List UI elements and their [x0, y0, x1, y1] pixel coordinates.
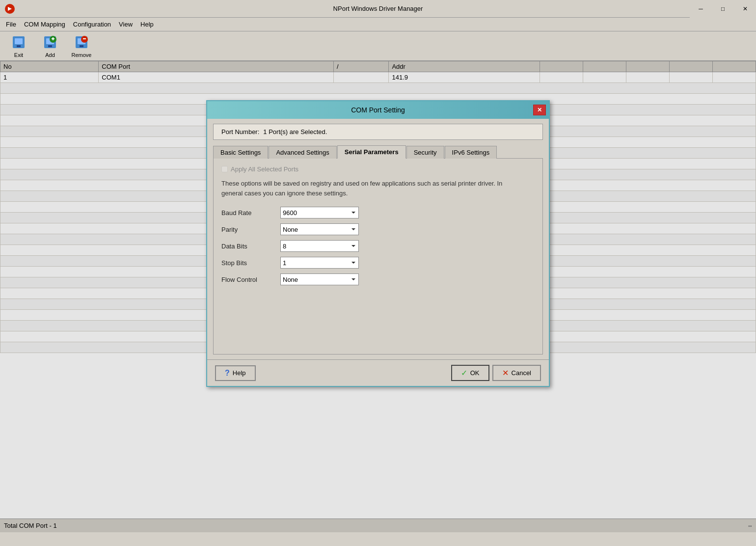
svg-rect-12: [80, 45, 83, 47]
baud-rate-select[interactable]: 300 600 1200 2400 4800 9600 19200 38400 …: [280, 207, 359, 218]
app-logo: [4, 3, 16, 15]
apply-all-checkbox[interactable]: [221, 166, 228, 172]
minimize-button[interactable]: ─: [690, 0, 712, 18]
ok-checkmark-icon: ✓: [461, 368, 467, 378]
dialog-titlebar: COM Port Setting ✕: [207, 101, 549, 119]
exit-button[interactable]: Exit: [4, 33, 33, 59]
svg-rect-6: [48, 45, 52, 47]
stop-bits-label: Stop Bits: [221, 259, 280, 267]
data-bits-row: Data Bits 5 6 7 8: [221, 240, 535, 252]
tab-content-serial-parameters: Apply All Selected Ports These options w…: [213, 158, 543, 355]
description-text: These options will be saved on registry …: [221, 179, 506, 198]
apply-all-label: Apply All Selected Ports: [231, 165, 298, 173]
dialog-close-button[interactable]: ✕: [533, 105, 546, 115]
help-button[interactable]: ? Help: [215, 365, 256, 381]
flow-control-row: Flow Control None Hardware XON/XOFF: [221, 273, 535, 285]
add-label: Add: [45, 52, 55, 58]
svg-rect-3: [17, 45, 21, 47]
menu-help[interactable]: Help: [136, 20, 158, 29]
menu-file[interactable]: File: [2, 20, 20, 29]
title-bar: NPort Windows Driver Manager ─ □ ✕: [0, 0, 756, 18]
tab-ipv6-settings[interactable]: IPv6 Settings: [445, 146, 497, 159]
help-label: Help: [233, 369, 246, 377]
exit-icon: [11, 34, 27, 51]
footer-right-buttons: ✓ OK ✕ Cancel: [451, 365, 541, 381]
add-button[interactable]: Add: [35, 33, 65, 59]
parity-row: Parity None Odd Even Mark Space: [221, 223, 535, 235]
tab-basic-settings[interactable]: Basic Settings: [213, 146, 268, 159]
help-icon: ?: [225, 369, 230, 378]
flow-control-select[interactable]: None Hardware XON/XOFF: [280, 273, 359, 285]
menu-com-mapping[interactable]: COM Mapping: [20, 20, 69, 29]
svg-rect-9: [53, 37, 54, 40]
ok-button[interactable]: ✓ OK: [451, 365, 489, 381]
tab-serial-parameters[interactable]: Serial Parameters: [337, 145, 406, 159]
port-number-label: Port Number:: [221, 128, 259, 136]
cancel-label: Cancel: [512, 369, 531, 377]
port-number-value: 1 Port(s) are Selected.: [263, 128, 327, 136]
app-close-button[interactable]: ✕: [734, 0, 756, 18]
ok-label: OK: [470, 369, 480, 377]
menu-bar: File COM Mapping Configuration View Help: [0, 18, 756, 31]
svg-rect-2: [15, 38, 23, 44]
toolbar: Exit Add Remove: [0, 31, 756, 61]
dialog-footer: ? Help ✓ OK ✕ Cancel: [207, 359, 549, 386]
add-icon: [42, 34, 58, 51]
main-area: No COM Port / Addr 1 COM1 141.9: [0, 61, 756, 532]
apply-all-row: Apply All Selected Ports: [221, 165, 535, 173]
menu-view[interactable]: View: [115, 20, 136, 29]
stop-bits-row: Stop Bits 1 1.5 2: [221, 257, 535, 269]
remove-label: Remove: [72, 52, 92, 58]
cancel-button[interactable]: ✕ Cancel: [492, 365, 541, 381]
baud-rate-row: Baud Rate 300 600 1200 2400 4800 9600 19…: [221, 207, 535, 218]
dialog-title: COM Port Setting: [351, 106, 405, 114]
title-bar-controls: ─ □ ✕: [690, 0, 756, 18]
parity-select[interactable]: None Odd Even Mark Space: [280, 223, 359, 235]
com-port-setting-dialog: COM Port Setting ✕ Port Number: 1 Port(s…: [206, 100, 550, 387]
svg-rect-14: [83, 38, 86, 39]
remove-button[interactable]: Remove: [67, 33, 96, 59]
tabs-container: Basic Settings Advanced Settings Serial …: [213, 145, 543, 158]
maximize-button[interactable]: □: [712, 0, 734, 18]
baud-rate-label: Baud Rate: [221, 209, 280, 217]
port-info-bar: Port Number: 1 Port(s) are Selected.: [213, 124, 543, 140]
parity-label: Parity: [221, 226, 280, 233]
remove-icon: [74, 34, 89, 51]
tab-advanced-settings[interactable]: Advanced Settings: [269, 146, 336, 159]
data-bits-label: Data Bits: [221, 243, 280, 250]
modal-overlay: COM Port Setting ✕ Port Number: 1 Port(s…: [0, 61, 756, 532]
stop-bits-select[interactable]: 1 1.5 2: [280, 257, 359, 269]
cancel-x-icon: ✕: [502, 368, 509, 378]
data-bits-select[interactable]: 5 6 7 8: [280, 240, 359, 252]
flow-control-label: Flow Control: [221, 276, 280, 283]
tab-security[interactable]: Security: [406, 146, 444, 159]
exit-label: Exit: [14, 52, 23, 58]
app-title: NPort Windows Driver Manager: [333, 5, 423, 12]
menu-configuration[interactable]: Configuration: [69, 20, 115, 29]
dialog-body: Port Number: 1 Port(s) are Selected. Bas…: [207, 119, 549, 359]
